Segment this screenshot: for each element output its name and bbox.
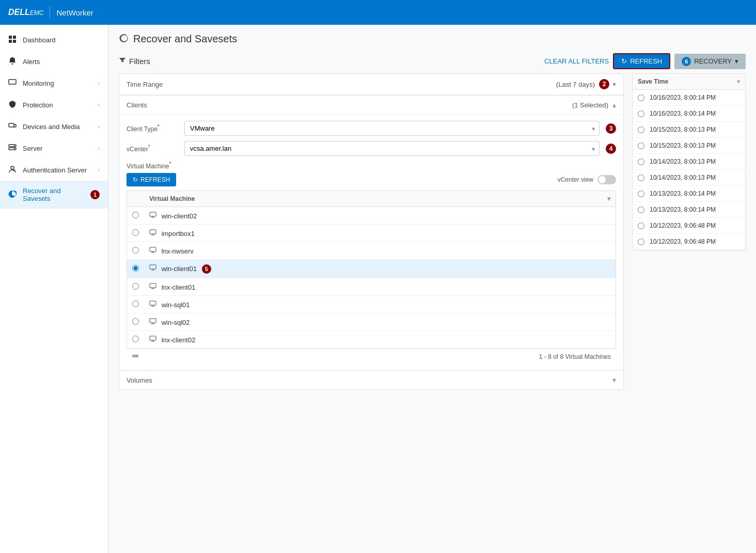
save-time-row[interactable]: 10/12/2023, 9:06:48 PM bbox=[633, 218, 745, 234]
vm-name-cell: win-sql01 bbox=[144, 296, 616, 313]
save-time-radio[interactable] bbox=[638, 110, 644, 117]
svg-rect-2 bbox=[9, 40, 12, 43]
save-time-radio[interactable] bbox=[638, 175, 644, 181]
save-time-row[interactable]: 10/16/2023, 8:00:14 PM bbox=[633, 106, 745, 122]
radio-cell[interactable] bbox=[127, 278, 145, 296]
save-time-value: 10/12/2023, 9:06:48 PM bbox=[650, 222, 716, 229]
vm-radio-importbox1[interactable] bbox=[132, 229, 139, 236]
vm-radio-lnx-nwserv[interactable] bbox=[132, 247, 139, 254]
table-row[interactable]: lnx-nwserv bbox=[127, 242, 616, 260]
svg-rect-0 bbox=[9, 36, 12, 39]
vm-name-cell: lnx-client02 bbox=[144, 331, 616, 349]
radio-cell[interactable] bbox=[127, 260, 145, 278]
vm-radio-win-client02[interactable] bbox=[132, 212, 139, 218]
client-type-select-wrap: VMware Physical NAS bbox=[184, 121, 600, 136]
save-time-row[interactable]: 10/14/2023, 8:00:13 PM bbox=[633, 154, 745, 170]
radio-cell[interactable] bbox=[127, 242, 145, 260]
recovery-button[interactable]: 6 RECOVERY ▾ bbox=[674, 54, 746, 69]
sidebar-item-recover-and-savesets[interactable]: Recover and Savesets 1 bbox=[0, 181, 108, 209]
radio-cell[interactable] bbox=[127, 313, 145, 331]
vm-refresh-button[interactable]: ↻ REFRESH bbox=[127, 173, 176, 186]
time-range-filter-row[interactable]: Time Range (Last 7 days) 2 ▾ bbox=[119, 74, 623, 95]
time-range-value: (Last 7 days) bbox=[556, 81, 595, 88]
save-time-radio[interactable] bbox=[638, 143, 644, 149]
save-time-radio[interactable] bbox=[638, 207, 644, 213]
save-time-row[interactable]: 10/15/2023, 8:00:13 PM bbox=[633, 138, 745, 154]
clear-all-filters-button[interactable]: CLEAR ALL FILTERS bbox=[544, 57, 609, 65]
save-time-value: 10/12/2023, 9:06:48 PM bbox=[650, 238, 716, 245]
save-time-radio[interactable] bbox=[638, 159, 644, 165]
save-time-row[interactable]: 10/15/2023, 8:00:13 PM bbox=[633, 122, 745, 138]
clients-filter-header[interactable]: Clients (1 Selected) ▴ bbox=[119, 96, 623, 115]
save-time-radio[interactable] bbox=[638, 94, 644, 101]
svg-rect-22 bbox=[132, 356, 138, 357]
chevron-up-icon: ▴ bbox=[612, 101, 616, 109]
save-time-row[interactable]: 10/12/2023, 9:06:48 PM bbox=[633, 234, 745, 250]
sidebar-item-devices-and-media[interactable]: Devices and Media › bbox=[0, 116, 108, 137]
vm-name-text: importbox1 bbox=[162, 230, 195, 238]
app-name: NetWorker bbox=[56, 8, 93, 17]
vm-radio-win-client01[interactable] bbox=[132, 265, 139, 272]
column-resize-icon bbox=[132, 352, 139, 361]
vm-name-text: lnx-nwserv bbox=[162, 247, 194, 255]
client-type-select[interactable]: VMware Physical NAS bbox=[184, 121, 600, 136]
save-time-filter-icon[interactable]: ▾ bbox=[737, 78, 740, 85]
grid-icon bbox=[8, 35, 18, 44]
table-row[interactable]: win-client01 5 bbox=[127, 260, 616, 278]
sidebar-item-alerts[interactable]: Alerts bbox=[0, 51, 108, 72]
table-row[interactable]: lnx-client02 bbox=[127, 331, 616, 349]
vm-icon bbox=[149, 301, 159, 309]
vm-icon bbox=[149, 247, 159, 255]
vm-name-cell: importbox1 bbox=[144, 225, 616, 242]
table-row[interactable]: win-client02 bbox=[127, 207, 616, 225]
refresh-icon-small: ↻ bbox=[133, 176, 138, 183]
clients-value: (1 Selected) bbox=[572, 101, 608, 109]
vm-radio-lnx-client01[interactable] bbox=[132, 283, 139, 290]
filter-section: Time Range (Last 7 days) 2 ▾ Clients (1 … bbox=[119, 73, 624, 371]
save-time-radio[interactable] bbox=[638, 239, 644, 245]
save-time-radio[interactable] bbox=[638, 223, 644, 229]
refresh-button[interactable]: ↻ REFRESH bbox=[613, 53, 670, 69]
filter-column-icon[interactable]: ▾ bbox=[607, 195, 610, 202]
table-row[interactable]: win-sql02 bbox=[127, 313, 616, 331]
sidebar-item-monitoring[interactable]: Monitoring › bbox=[0, 72, 108, 94]
save-time-row[interactable]: 10/16/2023, 8:00:14 PM bbox=[633, 90, 745, 106]
sidebar-item-server[interactable]: Server › bbox=[0, 137, 108, 159]
right-panel: Save Time ▾ 10/16/2023, 8:00:14 PM 10/16… bbox=[632, 73, 746, 390]
chevron-right-icon: › bbox=[98, 123, 100, 130]
save-time-radio[interactable] bbox=[638, 127, 644, 133]
svg-rect-20 bbox=[150, 336, 156, 340]
save-time-row[interactable]: 10/13/2023, 8:00:14 PM bbox=[633, 202, 745, 218]
sidebar-item-protection[interactable]: Protection › bbox=[0, 94, 108, 116]
save-time-row[interactable]: 10/13/2023, 8:00:14 PM bbox=[633, 186, 745, 202]
brand-logo: DELLEMC bbox=[8, 8, 43, 17]
sidebar-item-dashboard[interactable]: Dashboard bbox=[0, 29, 108, 51]
monitor-icon bbox=[8, 78, 18, 88]
vm-radio-lnx-client02[interactable] bbox=[132, 336, 139, 342]
sidebar-item-authentication-server[interactable]: Authentication Server › bbox=[0, 159, 108, 181]
page-title: Recover and Savesets bbox=[133, 33, 237, 45]
radio-cell[interactable] bbox=[127, 207, 145, 225]
vm-radio-win-sql02[interactable] bbox=[132, 318, 139, 325]
table-row[interactable]: importbox1 bbox=[127, 225, 616, 242]
time-range-badge: 2 bbox=[599, 79, 609, 89]
vm-icon bbox=[149, 283, 159, 291]
vcenter-view-switch[interactable] bbox=[597, 175, 616, 184]
table-row[interactable]: win-sql01 bbox=[127, 296, 616, 313]
volumes-filter-row[interactable]: Volumes ▾ bbox=[119, 371, 624, 390]
table-row[interactable]: lnx-client01 bbox=[127, 278, 616, 296]
refresh-icon: ↻ bbox=[621, 57, 627, 65]
radio-cell[interactable] bbox=[127, 296, 145, 313]
vcenter-select[interactable]: vcsa.amer.lan bbox=[184, 141, 600, 156]
radio-cell[interactable] bbox=[127, 331, 145, 349]
vm-radio-win-sql01[interactable] bbox=[132, 301, 139, 307]
save-time-row[interactable]: 10/14/2023, 8:00:13 PM bbox=[633, 170, 745, 186]
main-content: Recover and Savesets Filters CLEAR ALL F… bbox=[108, 25, 756, 553]
save-time-radio[interactable] bbox=[638, 191, 644, 197]
save-time-value: 10/13/2023, 8:00:14 PM bbox=[650, 206, 716, 213]
vcenter-row: vCenter* vcsa.amer.lan 4 bbox=[127, 141, 616, 156]
vm-count-text: 1 - 8 of 8 Virtual Machines bbox=[539, 353, 611, 360]
chevron-right-icon: › bbox=[98, 102, 100, 108]
save-time-header: Save Time ▾ bbox=[632, 73, 746, 90]
radio-cell[interactable] bbox=[127, 225, 145, 242]
